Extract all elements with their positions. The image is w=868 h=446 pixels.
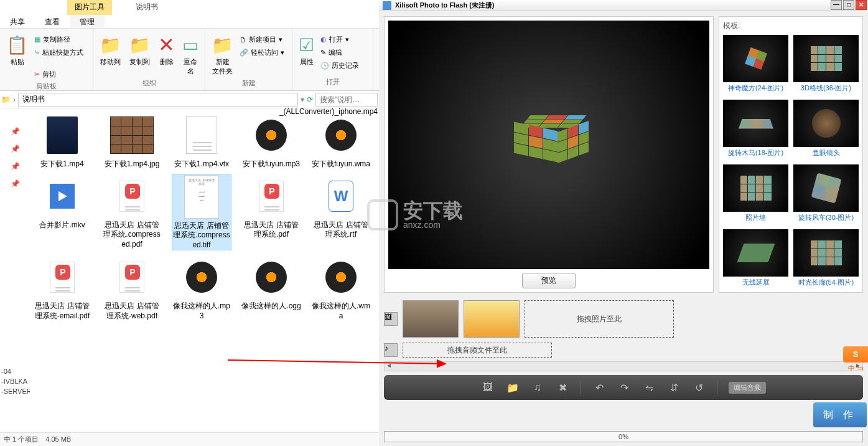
search-input[interactable] [315,93,378,107]
dropdown-icon[interactable]: ▾ [301,95,304,104]
file-name: 安下载1.mp4.vtx [174,159,229,169]
photo-thumbnail[interactable] [464,300,520,338]
file-item[interactable]: 思迅天店 店铺管理系统.pdf [241,174,301,251]
cut-label: 剪切 [42,70,56,79]
template-item[interactable]: 时光长廊(54-图片) [793,229,859,290]
ribbon-group-open: ☑属性 ◐打开 ▾ ✎编辑 🕓历史记录 打开 [292,29,373,90]
audio-strip: ♪ 拖拽音频文件至此 [379,340,868,360]
file-name: 合并影片.mkv [39,221,85,230]
file-item[interactable]: 像我这样的人.ogg [241,255,301,321]
file-explorer: 图片工具 说明书 共享 查看 管理 📋 粘贴 ▦复制路径 ⤷粘贴快捷方式 ✂剪切… [0,0,379,446]
flip-v-button[interactable]: ⇵ [667,381,681,394]
template-item[interactable]: 3D格线(36-图片) [793,35,859,96]
template-item[interactable]: 照片墙 [723,164,788,225]
remove-button[interactable]: ✖ [556,381,569,394]
preview-button[interactable]: 预览 [522,273,576,288]
properties-button[interactable]: ☑属性 [295,31,318,68]
undo-button[interactable]: ↺ [692,381,706,394]
sidebar-item[interactable]: -04 [0,366,30,376]
delete-button[interactable]: ✕删除 [154,31,179,68]
new-folder-button[interactable]: 📁新建 文件夹 [208,31,237,77]
breadcrumb[interactable]: 说明书 [18,93,298,107]
file-item[interactable]: 安下载fuyun.mp3 [241,113,301,169]
sidebar-item[interactable]: -IVBLKA [0,376,30,386]
template-item[interactable]: 旋转木马(18-图片) [723,100,788,161]
rotate-left-button[interactable]: ↶ [592,381,606,394]
file-item[interactable]: 像我这样的人.wma [311,255,371,321]
file-item[interactable]: 思迅天店 店铺管理系统━━━━━━━━思迅天店 店铺管理系统.compresse… [172,174,231,251]
template-item[interactable]: 旋转风车(30-图片) [793,164,859,225]
refresh-icon[interactable]: ⟳ [307,95,313,104]
file-name: 思迅天店 店铺管理系统.compressed.tiff [172,221,231,250]
file-item[interactable]: 安下载1.mp4.vtx [172,113,231,169]
move-icon: 📁 [100,32,121,57]
sidebar-item[interactable]: -SERVER [0,386,30,396]
move-to-button[interactable]: 📁移动到 [96,31,125,68]
template-item[interactable]: 神奇魔方(24-图片) [723,35,788,96]
ribbon-group-new: 📁新建 文件夹 🗋新建项目 ▾ 🔗轻松访问 ▾ 新建 [205,29,292,90]
close-button[interactable]: ✕ [856,0,867,10]
add-audio-button[interactable]: ♫ [531,381,544,394]
template-item[interactable]: 无线延展 [723,229,788,290]
add-image-button[interactable]: 🖼 [481,381,495,394]
photo-thumbnail[interactable] [403,300,459,338]
easy-access-button[interactable]: 🔗轻松访问 ▾ [237,47,287,59]
template-item[interactable]: 鱼眼镜头 [793,100,859,161]
edit-button[interactable]: ✎编辑 [318,47,362,59]
paste-shortcut-button[interactable]: ⤷粘贴快捷方式 [32,47,86,59]
copy-path-icon: ▦ [34,36,40,44]
title-bar[interactable]: Xilisoft Photo to Flash (未注册) — □ ✕ [379,0,868,11]
ime-badge[interactable]: S [843,346,868,363]
tab-manage[interactable]: 管理 [70,15,105,28]
cut-button[interactable]: ✂剪切 [32,69,86,80]
pin-icon[interactable]: 📌 [11,179,20,188]
timeline-scrollbar[interactable] [384,361,863,371]
minimize-button[interactable]: — [831,0,842,10]
template-grid[interactable]: 神奇魔方(24-图片)3D格线(36-图片)旋转木马(18-图片)鱼眼镜头照片墙… [723,35,859,290]
edit-audio-button[interactable]: 编辑音频 [729,382,766,394]
tab-share[interactable]: 共享 [0,15,35,28]
organize-group-label: 组织 [96,77,202,89]
audio-drop-zone[interactable]: 拖拽音频文件至此 [403,343,552,358]
rotate-right-button[interactable]: ↷ [617,381,631,394]
paste-button[interactable]: 📋 粘贴 [2,31,32,68]
file-item[interactable]: W思迅天店 店铺管理系统.rtf [311,174,371,251]
ribbon-group-organize: 📁移动到 📁复制到 ✕删除 ▭重命名 组织 [93,29,205,90]
pin-icon[interactable]: 📌 [11,127,20,136]
tab-view[interactable]: 查看 [35,15,70,28]
copy-path-button[interactable]: ▦复制路径 [32,34,86,45]
file-item[interactable]: 思迅天店 店铺管理系统.compressed.pdf [102,174,162,251]
history-button[interactable]: 🕓历史记录 [318,60,362,72]
file-name: 安下载fuyun.wma [312,159,370,169]
chevron-right-icon[interactable]: › [13,95,16,104]
rename-button[interactable]: ▭重命名 [179,31,202,77]
maximize-button[interactable]: □ [843,0,854,10]
rename-label: 重命名 [182,57,198,76]
file-item[interactable]: 思迅天店 店铺管理系统-email.pdf [32,255,92,321]
window-controls: — □ ✕ [831,0,867,10]
flip-h-button[interactable]: ⇋ [642,381,656,394]
file-thumbnail [110,113,154,157]
make-button[interactable]: 制 作 [813,402,867,427]
photo-drop-zone[interactable]: 拖拽照片至此 [525,300,674,338]
edit-label: 编辑 [329,48,342,57]
file-item[interactable]: 像我这样的人.mp3 [172,255,231,321]
pin-icon[interactable]: 📌 [11,162,20,171]
file-item[interactable]: 安下载1.mp4 [32,113,92,169]
copy-to-button[interactable]: 📁复制到 [125,31,154,68]
file-item[interactable]: 安下载fuyun.wma [311,113,371,169]
file-item[interactable]: 思迅天店 店铺管理系统-web.pdf [102,255,162,321]
status-bar: 中 1 个项目 4.05 MB [0,432,379,446]
new-item-button[interactable]: 🗋新建项目 ▾ [237,34,287,45]
preview-panel: 预览 [384,16,714,293]
file-item[interactable]: 合并影片.mkv [32,174,92,251]
new-item-icon: 🗋 [240,36,246,44]
pin-icon[interactable]: 📌 [11,145,20,153]
picture-tools-tab[interactable]: 图片工具 [67,0,112,15]
files-grid[interactable]: _(ALLConverter)_iphone.mp4 安下载1.mp4安下载1.… [30,108,379,430]
add-folder-button[interactable]: 📁 [506,381,520,394]
file-name: 安下载1.mp4 [40,159,83,169]
open-button[interactable]: ◐打开 ▾ [318,34,362,45]
file-item[interactable]: 安下载1.mp4.jpg [102,113,162,169]
template-name: 鱼眼镜头 [793,148,859,158]
